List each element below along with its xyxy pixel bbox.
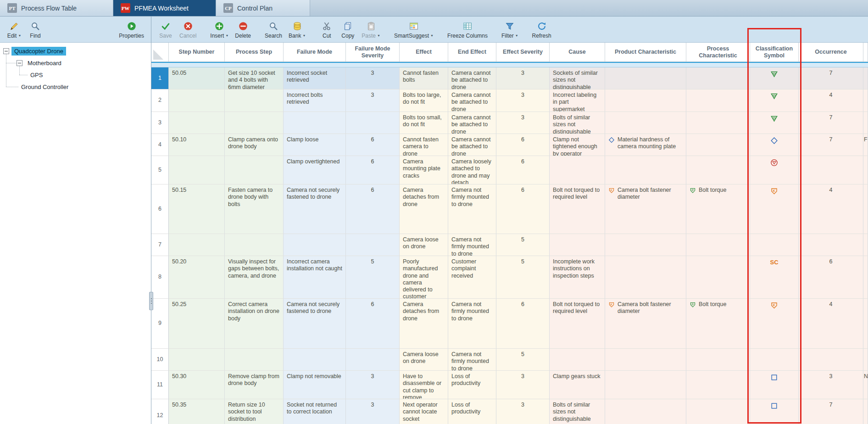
row-number[interactable]: 12 [151,399,169,424]
cell-occurrence[interactable]: 7 [799,112,863,134]
column-header-failure-mode-severity[interactable]: Failure Mode Severity [346,43,400,62]
cell-end-effect[interactable]: Camera not firmly mounted to drone [448,234,496,256]
cell-process-step[interactable]: Remove clamp from drone body [225,371,284,399]
cell-process-step[interactable]: Correct camera installation on drone bod… [225,299,284,349]
cell-effect[interactable]: Camera detaches from drone [400,184,448,234]
cell-effect-severity[interactable]: 5 [496,256,550,299]
cell-failure-mode-severity[interactable]: 6 [346,134,400,156]
cell-occurrence[interactable]: 4 [799,89,863,112]
cell-next-column-fragment[interactable] [863,256,868,299]
column-header-cause[interactable]: Cause [550,43,605,62]
cell-next-column-fragment[interactable] [863,399,868,424]
paste-button[interactable]: Paste▼ [358,17,384,41]
cell-failure-mode-severity[interactable]: 3 [346,371,400,399]
find-button[interactable]: Find [25,17,46,41]
tab-pfmea-worksheet[interactable]: PWPFMEA Worksheet [113,0,216,16]
cell-process-step[interactable] [225,112,284,134]
cell-cause[interactable]: Bolt not torqued to required level [550,184,605,234]
cell-end-effect[interactable]: Loss of productivity [448,399,496,424]
cell-classification-symbol[interactable] [750,184,799,234]
cell-cause[interactable]: Bolt not torqued to required level [550,299,605,349]
cell-failure-mode[interactable]: Clamp loose [284,134,346,156]
cell-failure-mode[interactable] [284,112,346,134]
cell-end-effect[interactable]: Camera not firmly mounted to drone [448,299,496,349]
collapse-expander-icon[interactable] [17,60,22,66]
freeze-columns-button[interactable]: Freeze Columns [444,17,491,41]
cell-cause[interactable] [550,234,605,256]
cell-failure-mode-severity[interactable] [346,112,400,134]
cell-process-characteristic[interactable]: Bolt torque [686,299,750,349]
cell-failure-mode-severity[interactable]: 3 [346,399,400,424]
cell-classification-symbol[interactable] [750,371,799,399]
cell-process-characteristic[interactable] [686,134,750,156]
cancel-button[interactable]: Cancel [176,17,200,41]
row-number[interactable]: 6 [151,184,169,234]
cell-occurrence[interactable]: 6 [799,256,863,299]
cell-occurrence[interactable]: 7 [799,134,863,156]
cell-occurrence[interactable]: 7 [799,67,863,89]
column-header-failure-mode[interactable]: Failure Mode [284,43,346,62]
cell-occurrence[interactable] [799,234,863,256]
cell-process-characteristic[interactable] [686,349,750,371]
cell-effect-severity[interactable]: 3 [496,371,550,399]
cell-end-effect[interactable]: Camera cannot be attached to drone [448,112,496,134]
cell-occurrence[interactable] [799,156,863,184]
cell-next-column-fragment[interactable] [863,112,868,134]
collapse-expander-icon[interactable] [3,48,9,54]
search-button[interactable]: Search [262,17,285,41]
cell-product-characteristic[interactable] [605,349,686,371]
row-number[interactable]: 1 [151,67,169,89]
tree-item-label[interactable]: Quadcopter Drone [11,47,66,56]
cut-button[interactable]: Cut [316,17,337,41]
cell-effect[interactable]: Camera loose on drone [400,234,448,256]
row-number[interactable]: 2 [151,89,169,112]
row-number[interactable]: 3 [151,112,169,134]
copy-button[interactable]: Copy [337,17,358,41]
cell-failure-mode-severity[interactable]: 6 [346,184,400,234]
cell-product-characteristic[interactable] [605,256,686,299]
cell-failure-mode[interactable]: Clamp overtightened [284,156,346,184]
cell-end-effect[interactable]: Camera not firmly mounted to drone [448,184,496,234]
bank-button[interactable]: Bank▼ [285,17,309,41]
cell-occurrence[interactable]: 7 [799,399,863,424]
cell-cause[interactable]: Incorrect labeling in part supermarket [550,89,605,112]
row-number[interactable]: 4 [151,134,169,156]
cell-failure-mode[interactable]: Incorrect bolts retrieved [284,89,346,112]
cell-next-column-fragment[interactable] [863,234,868,256]
smartsuggest-button[interactable]: SmartSuggest▼ [391,17,437,41]
cell-step-number[interactable] [169,112,225,134]
cell-classification-symbol[interactable] [750,134,799,156]
cell-failure-mode-severity[interactable]: 5 [346,256,400,299]
cell-product-characteristic[interactable] [605,234,686,256]
cell-end-effect[interactable]: Camera cannot be attached to drone [448,134,496,156]
cell-process-characteristic[interactable] [686,89,750,112]
insert-button[interactable]: Insert▼ [207,17,232,41]
cell-product-characteristic[interactable] [605,89,686,112]
column-header-product-characteristic[interactable]: Product Characteristic [605,43,686,62]
tree-item-quadcopter-drone[interactable]: Quadcopter Drone [0,45,151,57]
cell-step-number[interactable] [169,349,225,371]
cell-effect[interactable]: Poorly manufactured drone and camera del… [400,256,448,299]
cell-process-step[interactable]: Fasten camera to drone body with bolts [225,184,284,234]
tree-item-label[interactable]: Motherboard [25,59,64,67]
cell-classification-symbol[interactable] [750,156,799,184]
cell-failure-mode[interactable]: Camera not securely fastened to drone [284,299,346,349]
cell-step-number[interactable]: 50.35 [169,399,225,424]
row-number[interactable]: 10 [151,349,169,371]
cell-classification-symbol[interactable] [750,112,799,134]
cell-process-step[interactable] [225,156,284,184]
cell-effect-severity[interactable]: 6 [496,184,550,234]
cell-cause[interactable] [550,349,605,371]
cell-effect[interactable]: Camera loose on drone [400,349,448,371]
cell-cause[interactable]: Incomplete work instructions on inspecti… [550,256,605,299]
cell-effect[interactable]: Cannot fasten camera to drone [400,134,448,156]
cell-effect-severity[interactable]: 3 [496,112,550,134]
cell-process-step[interactable] [225,89,284,112]
cell-occurrence[interactable]: 3 [799,371,863,399]
cell-cause[interactable] [550,156,605,184]
cell-effect-severity[interactable]: 3 [496,67,550,89]
cell-end-effect[interactable]: Camera loosely attached to drone and may… [448,156,496,184]
cell-effect[interactable]: Camera detaches from drone [400,299,448,349]
cell-process-step[interactable]: Visually inspect for gaps between bolts,… [225,256,284,299]
cell-failure-mode[interactable]: Incorrect socket retrieved [284,67,346,89]
